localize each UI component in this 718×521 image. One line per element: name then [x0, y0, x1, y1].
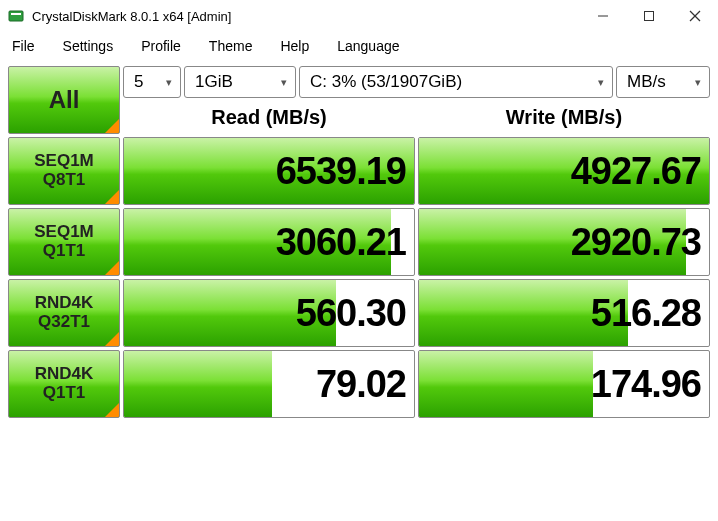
- test-label-line1: RND4K: [35, 365, 94, 384]
- run-all-button[interactable]: All: [8, 66, 120, 134]
- read-value-cell: 3060.21: [123, 208, 415, 276]
- chevron-down-icon: ▾: [598, 76, 604, 89]
- run-test-button[interactable]: RND4K Q1T1: [8, 350, 120, 418]
- run-test-button[interactable]: SEQ1M Q1T1: [8, 208, 120, 276]
- unit-value: MB/s: [627, 72, 666, 92]
- test-label-line2: Q1T1: [43, 384, 86, 403]
- test-row: RND4K Q1T1 79.02 174.96: [8, 350, 710, 418]
- svg-rect-3: [645, 12, 654, 21]
- chevron-down-icon: ▾: [166, 76, 172, 89]
- test-label-line2: Q32T1: [38, 313, 90, 332]
- write-value: 2920.73: [571, 221, 701, 264]
- corner-indicator-icon: [105, 403, 119, 417]
- test-label-line2: Q8T1: [43, 171, 86, 190]
- minimize-button[interactable]: [580, 0, 626, 32]
- menu-profile[interactable]: Profile: [137, 36, 195, 56]
- corner-indicator-icon: [105, 332, 119, 346]
- read-bar: [124, 351, 272, 417]
- chevron-down-icon: ▾: [695, 76, 701, 89]
- corner-indicator-icon: [105, 261, 119, 275]
- menu-file[interactable]: File: [8, 36, 49, 56]
- test-row: SEQ1M Q8T1 6539.19 4927.67: [8, 137, 710, 205]
- menu-help[interactable]: Help: [276, 36, 323, 56]
- menu-settings[interactable]: Settings: [59, 36, 128, 56]
- svg-rect-1: [11, 13, 21, 15]
- write-value-cell: 4927.67: [418, 137, 710, 205]
- menubar: File Settings Profile Theme Help Languag…: [0, 32, 718, 64]
- unit-select[interactable]: MB/s ▾: [616, 66, 710, 98]
- read-value: 560.30: [296, 292, 406, 335]
- write-value: 516.28: [591, 292, 701, 335]
- menu-language[interactable]: Language: [333, 36, 413, 56]
- close-button[interactable]: [672, 0, 718, 32]
- read-value-cell: 560.30: [123, 279, 415, 347]
- write-value-cell: 516.28: [418, 279, 710, 347]
- write-bar: [419, 351, 593, 417]
- read-value: 3060.21: [276, 221, 406, 264]
- svg-rect-0: [9, 11, 23, 21]
- corner-indicator-icon: [105, 190, 119, 204]
- write-value: 4927.67: [571, 150, 701, 193]
- run-test-button[interactable]: RND4K Q32T1: [8, 279, 120, 347]
- run-test-button[interactable]: SEQ1M Q8T1: [8, 137, 120, 205]
- drive-value: C: 3% (53/1907GiB): [310, 72, 462, 92]
- app-icon: [8, 8, 24, 24]
- read-value-cell: 6539.19: [123, 137, 415, 205]
- titlebar: CrystalDiskMark 8.0.1 x64 [Admin]: [0, 0, 718, 32]
- test-row: RND4K Q32T1 560.30 516.28: [8, 279, 710, 347]
- maximize-button[interactable]: [626, 0, 672, 32]
- runs-select[interactable]: 5 ▾: [123, 66, 181, 98]
- test-label-line1: RND4K: [35, 294, 94, 313]
- corner-indicator-icon: [105, 119, 119, 133]
- read-value-cell: 79.02: [123, 350, 415, 418]
- write-header: Write (MB/s): [418, 106, 710, 129]
- drive-select[interactable]: C: 3% (53/1907GiB) ▾: [299, 66, 613, 98]
- read-value: 79.02: [316, 363, 406, 406]
- chevron-down-icon: ▾: [281, 76, 287, 89]
- menu-theme[interactable]: Theme: [205, 36, 267, 56]
- test-label-line1: SEQ1M: [34, 223, 94, 242]
- write-value-cell: 2920.73: [418, 208, 710, 276]
- write-value-cell: 174.96: [418, 350, 710, 418]
- run-all-label: All: [49, 87, 80, 113]
- window-title: CrystalDiskMark 8.0.1 x64 [Admin]: [32, 9, 231, 24]
- read-value: 6539.19: [276, 150, 406, 193]
- test-row: SEQ1M Q1T1 3060.21 2920.73: [8, 208, 710, 276]
- runs-value: 5: [134, 72, 143, 92]
- size-select[interactable]: 1GiB ▾: [184, 66, 296, 98]
- content: All 5 ▾ 1GiB ▾ C: 3% (53/1907GiB) ▾ MB/s: [0, 64, 718, 429]
- test-label-line2: Q1T1: [43, 242, 86, 261]
- test-label-line1: SEQ1M: [34, 152, 94, 171]
- write-value: 174.96: [591, 363, 701, 406]
- read-header: Read (MB/s): [123, 106, 415, 129]
- size-value: 1GiB: [195, 72, 233, 92]
